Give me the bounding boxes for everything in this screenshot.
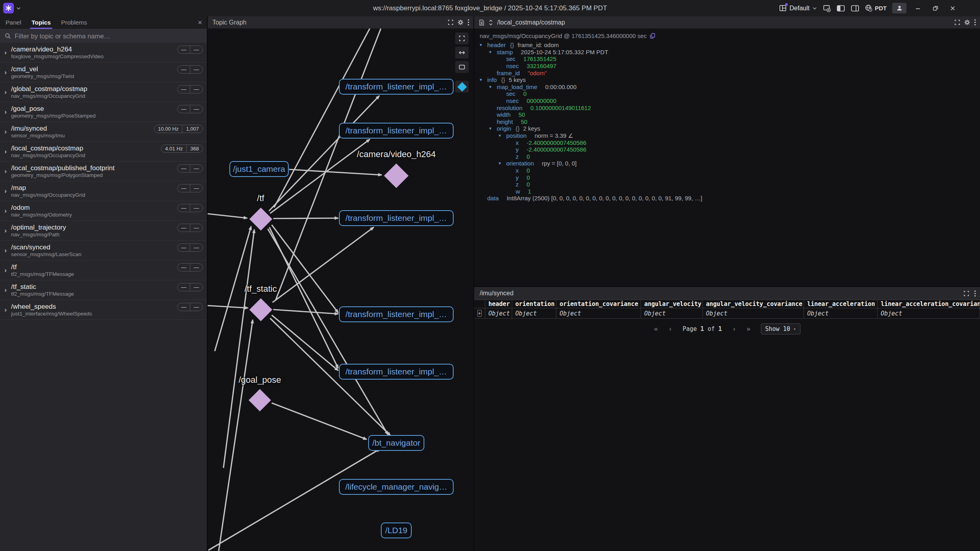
more-menu-icon[interactable] — [974, 290, 976, 297]
caret-down-icon[interactable]: ▾ — [489, 49, 497, 55]
topic-row[interactable]: › /global_costmap/costmap nav_msgs/msg/O… — [0, 82, 207, 102]
last-page-button[interactable]: » — [747, 325, 751, 333]
fullscreen-icon[interactable] — [448, 19, 454, 25]
chevron-right-icon[interactable]: › — [0, 108, 11, 116]
horizontal-expand-button[interactable] — [455, 47, 469, 59]
chevron-right-icon[interactable]: › — [0, 306, 11, 314]
caret-down-icon[interactable]: ▾ — [480, 77, 487, 82]
show-topics-toggle[interactable] — [455, 81, 469, 93]
graph-node-box[interactable]: /transform_listener_impl_… — [339, 79, 454, 95]
fit-view-button[interactable] — [455, 32, 469, 44]
graph-topic-diamond[interactable] — [249, 207, 272, 230]
chevron-right-icon[interactable]: › — [0, 247, 11, 255]
graph-node-box[interactable]: /transform_listener_impl_… — [339, 306, 454, 322]
chevron-right-icon[interactable]: › — [0, 286, 11, 294]
caret-down-icon[interactable]: ▾ — [499, 161, 506, 166]
chevron-right-icon[interactable]: › — [0, 207, 11, 215]
collapse-all-icon[interactable] — [488, 19, 493, 26]
tree-row[interactable]: w 1 — [474, 188, 980, 195]
topic-row[interactable]: › /optimal_trajectory nav_msgs/msg/Path … — [0, 221, 207, 241]
raw-messages-header[interactable]: /local_costmap/costmap — [474, 16, 980, 28]
topic-row[interactable]: › /map nav_msgs/msg/OccupancyGrid — — — [0, 181, 207, 201]
tree-row[interactable]: sec 1761351425 — [474, 55, 980, 63]
settings-gear-icon[interactable] — [458, 19, 464, 25]
graph-node-box[interactable]: /bt_navigator — [368, 435, 424, 451]
more-menu-icon[interactable] — [467, 19, 469, 26]
topic-row[interactable]: › /local_costmap/published_footprint geo… — [0, 162, 207, 181]
sidebar-close-icon[interactable]: × — [198, 16, 202, 29]
topic-row[interactable]: › /wheel_speeds just1_interface/msg/Whee… — [0, 300, 207, 320]
chevron-right-icon[interactable]: › — [0, 68, 11, 76]
tree-row[interactable]: z 0 — [474, 153, 980, 160]
window-close-button[interactable] — [947, 6, 959, 11]
search-input[interactable] — [15, 32, 202, 40]
topic-row[interactable]: › /imu/synced sensor_msgs/msg/Imu 10.00 … — [0, 122, 207, 142]
tree-row[interactable]: width 50 — [474, 111, 980, 118]
right-sidebar-toggle[interactable] — [851, 4, 859, 12]
topic-graph-header[interactable]: Topic Graph — [208, 16, 473, 28]
page-size-select[interactable]: Show 10 ▾ — [761, 323, 800, 334]
topic-row[interactable]: › /tf_static tf2_msgs/msg/TFMessage — — — [0, 280, 207, 300]
caret-down-icon[interactable]: ▾ — [489, 126, 497, 131]
tree-row[interactable]: sec 0 — [474, 90, 980, 97]
fullscreen-icon[interactable] — [954, 19, 960, 25]
panel-type-icon[interactable] — [479, 19, 484, 26]
tree-row[interactable]: height 50 — [474, 118, 980, 125]
topic-row[interactable]: › /goal_pose geometry_msgs/msg/PoseStamp… — [0, 102, 207, 122]
first-page-button[interactable]: « — [654, 325, 658, 333]
chevron-right-icon[interactable]: › — [0, 227, 11, 235]
table-column-header[interactable]: orientation_covariance — [556, 300, 641, 308]
graph-node-box[interactable]: /transform_listener_impl_… — [339, 123, 454, 139]
imu-panel-header[interactable]: /imu/synced — [474, 287, 980, 300]
graph-node-box[interactable]: /LD19 — [381, 522, 412, 538]
graph-topic-diamond[interactable] — [249, 298, 272, 321]
table-column-header[interactable]: orientation — [512, 300, 556, 308]
graph-node-box[interactable]: /transform_listener_impl_… — [339, 364, 454, 380]
left-sidebar-toggle[interactable] — [836, 4, 845, 12]
window-minimize-button[interactable] — [912, 6, 924, 11]
graph-node-box[interactable]: /just1_camera — [229, 161, 289, 177]
tab-problems[interactable]: Problems — [61, 16, 87, 29]
chevron-right-icon[interactable]: › — [0, 167, 11, 175]
tree-row[interactable]: ▾ origin {} 2 keys — [474, 125, 980, 132]
add-panel-button[interactable] — [823, 4, 831, 12]
tree-row[interactable]: x 0 — [474, 167, 980, 174]
chevron-right-icon[interactable]: › — [0, 49, 11, 57]
chevron-right-icon[interactable]: › — [0, 187, 11, 195]
tree-row[interactable]: ▾ orientation rpy = [0, 0, 0] — [474, 160, 980, 167]
graph-node-box[interactable]: /transform_listener_impl_… — [339, 210, 454, 226]
layout-button[interactable]: Default — [779, 4, 817, 12]
tree-row[interactable]: frame_id "odom" — [474, 69, 980, 76]
topic-graph-canvas[interactable]: /transform_listener_impl_…/transform_lis… — [208, 28, 473, 551]
tree-row[interactable]: ▾ stamp 2025-10-24 5:17:05.332 PM PDT — [474, 49, 980, 56]
tab-topics[interactable]: Topics — [32, 16, 51, 29]
raw-messages-topic[interactable]: /local_costmap/costmap — [497, 19, 565, 26]
tree-row[interactable]: y -2.4000000007450586 — [474, 146, 980, 153]
more-menu-icon[interactable] — [974, 19, 976, 26]
chevron-right-icon[interactable]: › — [0, 266, 11, 274]
tree-row[interactable]: ▾ info {} 5 keys — [474, 76, 980, 84]
fullscreen-icon[interactable] — [963, 291, 969, 296]
next-page-button[interactable]: › — [732, 325, 736, 333]
caret-down-icon[interactable]: ▾ — [499, 133, 506, 138]
settings-gear-icon[interactable] — [964, 19, 970, 25]
tree-row[interactable]: y 0 — [474, 174, 980, 181]
tree-row[interactable]: nsec 000000000 — [474, 97, 980, 104]
table-column-header[interactable]: angular_velocity — [641, 300, 703, 308]
tree-row[interactable]: ▾ position norm = 3.39 ∠ — [474, 132, 980, 139]
caret-down-icon[interactable]: ▾ — [480, 42, 487, 48]
copy-icon[interactable] — [650, 33, 655, 39]
graph-topic-diamond[interactable] — [384, 163, 409, 188]
table-column-header[interactable]: linear_acceleration — [804, 300, 878, 308]
graph-node-box[interactable]: /lifecycle_manager_navig… — [339, 479, 454, 495]
app-menu-chevron-icon[interactable] — [16, 6, 21, 11]
topic-row[interactable]: › /cmd_vel geometry_msgs/msg/Twist — — — [0, 63, 207, 82]
table-column-header[interactable]: angular_velocity_covariance — [703, 300, 804, 308]
expand-row-button[interactable]: + — [477, 310, 482, 317]
table-column-header[interactable]: header — [485, 300, 512, 308]
tree-row[interactable]: resolution 0.10000000149011612 — [474, 104, 980, 111]
window-restore-button[interactable] — [929, 5, 941, 11]
tree-row[interactable]: ▾ header {} frame_id: odom — [474, 42, 980, 49]
topic-row[interactable]: › /local_costmap/costmap nav_msgs/msg/Oc… — [0, 142, 207, 162]
topic-row[interactable]: › /scan/synced sensor_msgs/msg/LaserScan… — [0, 241, 207, 260]
